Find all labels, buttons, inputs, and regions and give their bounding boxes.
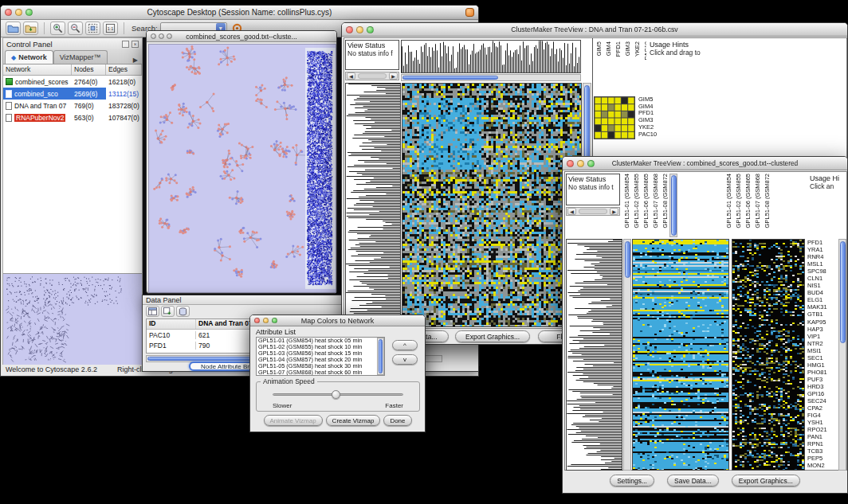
nav-track[interactable] — [358, 73, 387, 79]
speed-slider[interactable] — [273, 393, 403, 396]
select-attributes-button[interactable] — [146, 306, 159, 317]
scrollbar-thumb[interactable] — [671, 175, 677, 236]
gene-label[interactable]: RPO21 — [807, 426, 838, 433]
nav-left-icon[interactable]: ◀ — [347, 72, 355, 80]
gene-label[interactable]: CPA2 — [807, 404, 838, 412]
tab-network[interactable]: ◆ Network — [5, 50, 53, 64]
save-data-button[interactable]: Save Data... — [667, 475, 719, 486]
gene-label[interactable]: CLN1 — [807, 275, 838, 282]
network-canvas[interactable] — [148, 44, 336, 293]
network-row-combined-scores[interactable]: combined_scores 2764(0) 16218(0) — [3, 76, 142, 88]
zoom-button[interactable] — [26, 9, 33, 16]
gene-label[interactable]: NTR2 — [807, 340, 838, 347]
zoom-fit-button[interactable] — [85, 21, 100, 35]
gene-label[interactable]: HMG1 — [807, 361, 838, 369]
nav-left-icon[interactable]: ◀ — [567, 208, 576, 215]
close-button[interactable] — [151, 33, 156, 39]
zoom-button[interactable] — [272, 318, 277, 323]
gene-label[interactable]: SEC1 — [807, 354, 838, 361]
treeview-dna-titlebar[interactable]: ClusterMaker TreeView : DNA and Tran 07-… — [342, 23, 847, 37]
scrollbar-thumb[interactable] — [840, 241, 846, 343]
zoom-button[interactable] — [167, 33, 172, 39]
heatmap-main[interactable] — [632, 239, 729, 471]
gene-label[interactable]: PUF3 — [807, 376, 838, 383]
column-dendrogram-canvas[interactable] — [402, 41, 580, 72]
minimize-button[interactable] — [356, 26, 363, 33]
scrollbar-thumb[interactable] — [402, 76, 498, 80]
close-button[interactable] — [346, 26, 353, 33]
create-attribute-button[interactable] — [161, 306, 175, 317]
heatmap-main-canvas[interactable] — [633, 240, 728, 470]
gene-label[interactable]: KAP95 — [807, 318, 838, 326]
zoom-button[interactable] — [367, 26, 374, 33]
attribute-list-vscrollbar[interactable] — [377, 338, 384, 375]
network-view-titlebar[interactable]: combined_scores_good.txt--cluste... — [147, 31, 336, 42]
row-dendrogram[interactable] — [345, 83, 401, 327]
gene-label[interactable]: YRA1 — [807, 246, 838, 253]
close-panel-icon[interactable]: × — [132, 41, 139, 48]
gene-label[interactable]: VIP1 — [807, 333, 838, 340]
gene-label[interactable]: PEP5 — [807, 455, 838, 462]
dendrogram-vscrollbar[interactable] — [623, 239, 631, 471]
heatmap-main[interactable] — [402, 83, 582, 327]
gene-label[interactable]: PFD1 — [807, 239, 838, 246]
open-session-button[interactable] — [6, 21, 21, 35]
tab-vizmapper[interactable]: VizMapper™ — [53, 50, 108, 64]
heatmap-secondary-canvas[interactable] — [732, 240, 804, 470]
labels-vscrollbar[interactable] — [669, 174, 677, 237]
minimize-button[interactable] — [15, 9, 22, 16]
gene-label[interactable]: SPC98 — [807, 268, 838, 275]
network-overview-panel[interactable] — [3, 273, 142, 365]
import-network-button[interactable] — [23, 21, 38, 35]
gene-label[interactable]: FIG4 — [807, 412, 838, 419]
close-button[interactable] — [567, 160, 574, 167]
column-dendrogram[interactable] — [401, 40, 581, 73]
tab-overflow-icon[interactable]: ▶ — [131, 57, 140, 64]
move-down-button[interactable]: v — [392, 354, 418, 365]
float-panel-icon[interactable] — [122, 41, 129, 48]
gene-label[interactable]: TCB3 — [807, 447, 838, 455]
heatmap-secondary[interactable] — [732, 239, 805, 471]
gene-label[interactable]: NIS1 — [807, 282, 838, 289]
row-dendrogram[interactable] — [566, 239, 622, 471]
gene-label[interactable]: BUD4 — [807, 289, 838, 296]
gene-label[interactable]: SEC24 — [807, 397, 838, 404]
scrollbar-thumb[interactable] — [379, 339, 383, 373]
gene-label[interactable]: MON2 — [807, 462, 838, 469]
heatmap-canvas[interactable] — [402, 84, 581, 326]
column-id[interactable]: ID — [147, 319, 196, 329]
nav-right-icon[interactable]: ▶ — [389, 72, 398, 80]
gene-label[interactable]: MSI1 — [807, 347, 838, 354]
done-button[interactable]: Done — [383, 415, 411, 426]
gene-label[interactable]: YSH1 — [807, 419, 838, 426]
row-dendrogram-canvas[interactable] — [567, 240, 622, 470]
export-graphics-button[interactable]: Export Graphics... — [732, 475, 800, 486]
gene-label[interactable]: MAK31 — [807, 303, 838, 311]
attribute-batch-button[interactable] — [176, 306, 190, 317]
export-graphics-button[interactable]: Export Graphics... — [455, 330, 530, 342]
attribute-list-item[interactable]: GPL51-07 (GSM868) heat shock 60 min — [257, 369, 384, 376]
minimize-button[interactable] — [263, 318, 269, 323]
create-vizmap-button[interactable]: Create Vizmap — [326, 415, 381, 426]
row-dendrogram-canvas[interactable] — [346, 84, 400, 326]
gene-label[interactable]: GTB1 — [807, 311, 838, 318]
zoom-button[interactable] — [587, 160, 595, 167]
network-overview-canvas[interactable] — [3, 274, 142, 365]
nav-track[interactable] — [579, 209, 607, 214]
gene-label[interactable]: PAN1 — [807, 433, 838, 440]
scrollbar-thumb[interactable] — [625, 241, 630, 278]
dialog-titlebar[interactable]: Map Colors to Network — [250, 315, 425, 326]
zoom-out-button[interactable] — [68, 21, 83, 35]
gene-label[interactable]: PHO81 — [807, 369, 838, 376]
move-up-button[interactable]: ^ — [392, 340, 418, 350]
summary-matrix[interactable] — [594, 96, 635, 139]
network-row-selected[interactable]: combined_sco 2569(6) 13112(15) — [3, 88, 142, 100]
network-row-dna-tran[interactable]: DNA and Tran 07 769(0) 183728(0) — [3, 100, 142, 111]
speed-slider-thumb[interactable] — [332, 390, 340, 399]
column-header-network[interactable]: Network — [3, 64, 72, 75]
minimize-button[interactable] — [577, 160, 584, 167]
gene-label[interactable]: MSL1 — [807, 260, 838, 268]
minimize-button[interactable] — [159, 33, 164, 39]
gene-label[interactable]: HRD3 — [807, 383, 838, 390]
zoom-selected-button[interactable]: 1:1 — [103, 21, 118, 35]
